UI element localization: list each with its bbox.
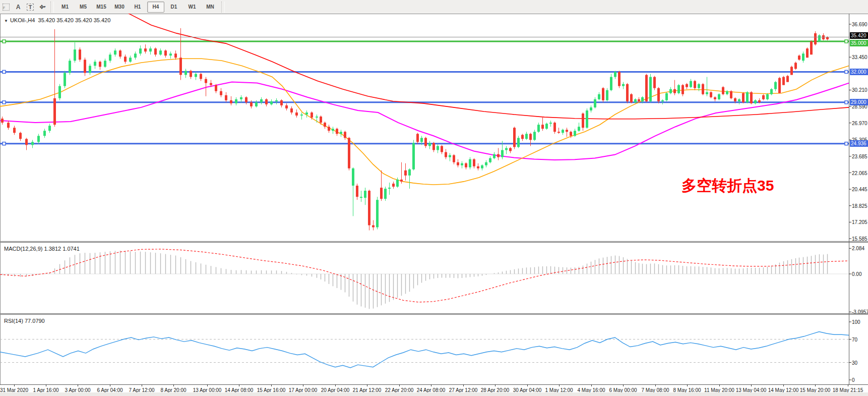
candle-body <box>766 94 769 99</box>
candle-body <box>13 128 16 133</box>
candle-body <box>718 94 720 99</box>
macd-axis-label: -3.0957 <box>852 309 868 315</box>
chart-template-icon[interactable]: F <box>1 2 12 12</box>
candle-body <box>360 197 362 198</box>
text-label-icon[interactable]: A <box>13 2 24 12</box>
candle-body <box>537 125 540 132</box>
rsi-value: 77.0790 <box>25 318 45 324</box>
candle-body <box>328 127 330 131</box>
candle-body <box>64 73 66 86</box>
candle-body <box>255 102 258 106</box>
candle-body <box>43 131 46 136</box>
candle-body <box>260 99 263 102</box>
candle-body <box>694 81 696 88</box>
timeframe-buttons: M1M5M15M30H1H4D1W1MN <box>56 0 219 14</box>
candle-body <box>826 37 829 39</box>
timeframe-button-mn[interactable]: MN <box>202 2 219 13</box>
line-anchor <box>3 40 6 43</box>
candle-body <box>149 48 152 51</box>
candle-body <box>814 33 817 44</box>
price-badge: 29.000 <box>850 99 868 105</box>
candle-body <box>124 56 127 62</box>
line-anchor <box>845 101 848 104</box>
candle-body <box>428 143 431 146</box>
candle-body <box>742 93 745 102</box>
candle-body <box>630 94 633 102</box>
candle-body <box>159 50 162 54</box>
candle-body <box>730 91 732 98</box>
candle-body <box>336 129 338 134</box>
macd-signal-line <box>0 249 849 302</box>
candle-body <box>690 81 692 87</box>
candle-body <box>762 95 765 99</box>
candle-body <box>200 74 202 79</box>
candle-body <box>566 130 568 132</box>
candle-body <box>119 50 121 56</box>
candle-body <box>1 119 4 123</box>
price-axis-label: 18.825 <box>852 203 867 209</box>
symbol-dropdown-icon[interactable]: ▼ <box>4 19 8 23</box>
timeframe-button-m15[interactable]: M15 <box>93 2 110 13</box>
candle-body <box>497 154 500 157</box>
candle-body <box>295 112 298 116</box>
candle-body <box>818 35 821 41</box>
candle-body <box>280 100 283 105</box>
candle-body <box>706 92 708 94</box>
price-badge: 24.936 <box>850 140 868 147</box>
candle-body <box>392 184 395 187</box>
candle-body <box>574 131 576 136</box>
candle-body <box>521 135 524 139</box>
candle-body <box>810 41 813 54</box>
candle-body <box>457 162 459 165</box>
candle-body <box>758 100 761 102</box>
candle-body <box>602 88 604 100</box>
candle-body <box>48 126 51 131</box>
candle-body <box>698 84 700 88</box>
price-axis-label: 20.445 <box>852 187 867 192</box>
candle-body <box>235 99 237 103</box>
candle-body <box>657 88 660 101</box>
price-axis-label: 33.450 <box>852 54 867 60</box>
ma-orange-line <box>0 59 849 185</box>
candle-body <box>541 125 544 129</box>
candle-body <box>489 158 491 162</box>
candle-body <box>210 83 212 85</box>
timeframe-button-m30[interactable]: M30 <box>111 2 128 13</box>
candle-body <box>275 100 278 101</box>
candle-body <box>778 78 781 93</box>
symbol-quotes: 35.420 35.420 35.420 35.420 <box>38 17 111 23</box>
candle-body <box>626 84 629 101</box>
candle-body <box>533 132 536 140</box>
candle-body <box>245 97 247 102</box>
timeframe-button-m1[interactable]: M1 <box>56 2 74 13</box>
dropdown-caret-icon[interactable]: ▾ <box>43 5 45 9</box>
candle-body <box>465 163 467 167</box>
candle-body <box>84 60 86 73</box>
candle-body <box>184 71 187 75</box>
toolbar-separator <box>221 2 225 13</box>
price-axis-label: 30.210 <box>852 87 867 93</box>
chart-canvas[interactable] <box>0 14 868 396</box>
text-tool-icon[interactable]: T <box>25 2 36 12</box>
candle-body <box>493 154 495 158</box>
candle-body <box>311 112 313 118</box>
objects-icon[interactable]: ❖▾ <box>37 2 48 12</box>
candle-body <box>485 162 487 165</box>
candle-body <box>79 49 81 60</box>
candle-body <box>770 89 773 94</box>
candle-body <box>99 62 101 67</box>
timeframe-button-h4[interactable]: H4 <box>147 2 164 13</box>
timeframe-button-h1[interactable]: H1 <box>129 2 146 13</box>
rsi-axis-label: 0 <box>852 377 855 383</box>
timeframe-button-w1[interactable]: W1 <box>183 2 201 13</box>
chart-area[interactable]: ▼UKOil-,H4 35.420 35.420 35.420 35.420 M… <box>0 14 868 396</box>
candle-body <box>169 53 172 55</box>
status-strip <box>0 392 868 396</box>
candle-body <box>618 72 621 86</box>
candle-body <box>702 84 704 94</box>
candle-body <box>396 180 399 187</box>
timeframe-button-m5[interactable]: M5 <box>75 2 92 13</box>
candle-body <box>205 79 207 83</box>
timeframe-button-d1[interactable]: D1 <box>165 2 182 13</box>
axis-ticks <box>15 24 852 386</box>
